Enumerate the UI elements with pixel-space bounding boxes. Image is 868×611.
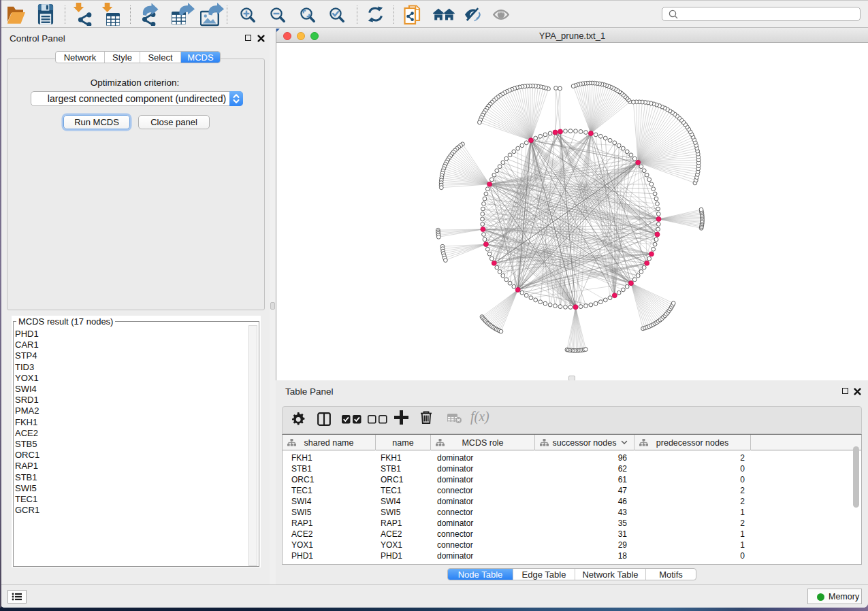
svg-text:f(x): f(x) — [470, 410, 489, 425]
